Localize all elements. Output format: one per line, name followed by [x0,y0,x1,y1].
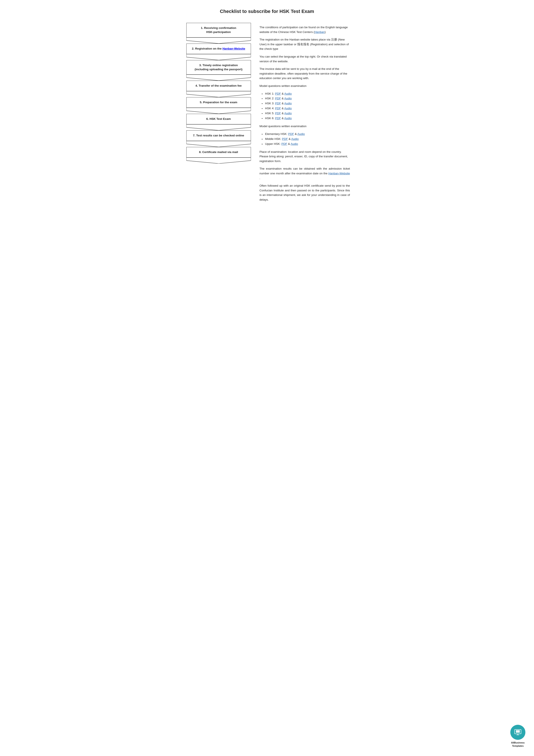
para-2: The registration on the Hanban website t… [260,37,350,51]
hsk4-label: HSK 4: [265,107,275,110]
step-7-box: 7. Test results can be checked online [186,130,251,141]
step-7-chevron [186,141,251,147]
hsk6-label: HSK 6: [265,117,275,120]
step-6-chevron [186,124,251,130]
para-3: You can select the language at the top r… [260,54,350,64]
step-5-label: 5. Preparation for the exam [200,101,237,104]
list-item: HSK 6: PDF & Audio [262,116,350,121]
left-column: 1. Receiving confirmationHSK-participati… [184,23,253,205]
list-item: HSK 4: PDF & Audio [262,106,350,111]
hsk4-pdf-link[interactable]: PDF [275,107,281,110]
list-item: Upper HSK: PDF & Audio [262,142,350,147]
list-item: HSK 2: PDF & Audio [262,96,350,101]
list-item: HSK 3: PDF & Audio [262,101,350,106]
para-5: Place of examination: location and room … [260,149,350,164]
step-5-box: 5. Preparation for the exam [186,97,251,108]
step-8-label: 8. Certificate mailed via mail [199,150,238,154]
hsk2-label: HSK 2: [265,97,275,100]
para-1: The conditions of participation can be f… [260,25,350,34]
hanban-website-link[interactable]: Hanban-Website [222,47,245,50]
step-5-wrapper: 5. Preparation for the exam [186,97,251,114]
step-7-wrapper: 7. Test results can be checked online [186,130,251,147]
hsk3-label: HSK 3: [265,102,275,105]
list-item: Elementary HSK: PDF & Audio [262,132,350,137]
step-3-chevron [186,74,251,81]
elem-hsk-label: Elementary HSK: [265,132,288,136]
list-item: HSK 1: PDF & Audio [262,92,350,96]
hsk5-label: HSK 5: [265,112,275,115]
step-6-wrapper: 6. HSK Test Exam [186,114,251,130]
hsk6-audio-link[interactable]: Audio [284,117,292,120]
step-4-wrapper: 4. Transfer of the examination fee [186,81,251,97]
step-2-wrapper: 2. Registration on the Hanban-Website [186,43,251,60]
hsk2-audio-link[interactable]: Audio [284,97,292,100]
step-1-box: 1. Receiving confirmationHSK-participati… [186,23,251,38]
elem-hsk-pdf-link[interactable]: PDF [288,132,294,136]
hsk6-pdf-link[interactable]: PDF [275,117,281,120]
hsk2-pdf-link[interactable]: PDF [275,97,281,100]
step-8-wrapper: 8. Certificate mailed via mail [186,147,251,164]
elem-hsk-audio-link[interactable]: Audio [297,132,305,136]
hsk5-pdf-link[interactable]: PDF [275,112,281,115]
para-4: The invoice data will be sent to you by … [260,67,350,81]
hsk5-audio-link[interactable]: Audio [284,112,292,115]
step-8-chevron [186,157,251,164]
step-6-box: 6. HSK Test Exam [186,114,251,124]
step-1-chevron [186,38,251,43]
middle-hsk-pdf-link[interactable]: PDF [282,137,288,141]
para-1-end: ) [325,30,326,34]
hsk-list-2: Elementary HSK: PDF & Audio Middle HSK: … [260,132,350,147]
step-7-label: 7. Test results can be checked online [193,134,244,137]
step-2-chevron [186,54,251,60]
step-4-chevron [186,91,251,97]
middle-hsk-audio-link[interactable]: Audio [291,137,299,141]
step-2-box: 2. Registration on the Hanban-Website [186,43,251,54]
step-3-box: 3. Timely online registration(including … [186,60,251,75]
step-6-label: 6. HSK Test Exam [206,117,231,121]
section-2-label: Model questions written examination [260,124,350,129]
list-item: Middle HSK: PDF & Audio [262,137,350,142]
hanban-website-link-2[interactable]: Hanban-Website [328,172,350,175]
step-5-chevron [186,108,251,114]
hsk4-audio-link[interactable]: Audio [284,107,292,110]
hanban-link[interactable]: Hanban [315,30,325,34]
hsk3-pdf-link[interactable]: PDF [275,102,281,105]
hsk1-label: HSK 1: [265,92,275,95]
section-1-label: Model questions written examination [260,84,350,88]
step-1-wrapper: 1. Receiving confirmationHSK-participati… [186,23,251,43]
step-4-label: 4. Transfer of the examination fee [195,84,242,87]
upper-hsk-pdf-link[interactable]: PDF [281,142,287,146]
upper-hsk-label: Upper HSK: [265,142,282,146]
step-8-box: 8. Certificate mailed via mail [186,147,251,157]
hsk1-audio-link[interactable]: Audio [284,92,292,95]
step-2-label: 2. Registration on the Hanban-Website [192,47,245,50]
step-3-label: 3. Timely online registration(including … [195,64,242,71]
step-4-box: 4. Transfer of the examination fee [186,81,251,91]
hsk1-pdf-link[interactable]: PDF [275,92,281,95]
page-title: Checklist to subscribe for HSK Test Exam [184,9,350,14]
step-1-label: 1. Receiving confirmationHSK-participati… [201,26,236,34]
right-column: The conditions of participation can be f… [260,23,350,205]
middle-hsk-label: Middle HSK: [265,137,282,141]
list-item: HSK 5: PDF & Audio [262,111,350,116]
upper-hsk-audio-link[interactable]: Audio [291,142,298,146]
para-7: Often followed up with an original HSK c… [260,183,350,202]
para-6: The examination results can be obtained … [260,166,350,180]
hsk3-audio-link[interactable]: Audio [284,102,292,105]
step-3-wrapper: 3. Timely online registration(including … [186,60,251,81]
para-1-text: The conditions of participation can be f… [260,26,348,34]
main-layout: 1. Receiving confirmationHSK-participati… [184,23,350,205]
hsk-list-1: HSK 1: PDF & Audio HSK 2: PDF & Audio HS… [260,92,350,121]
